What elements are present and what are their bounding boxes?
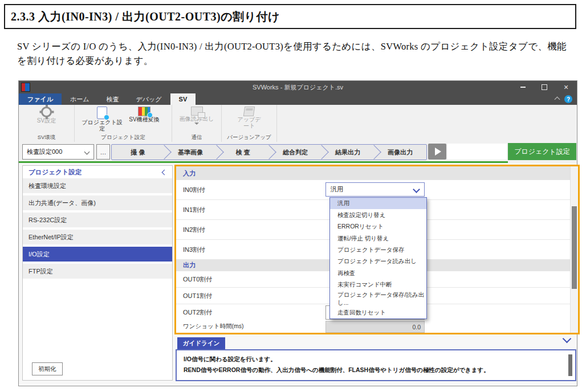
sidebar-item-label: FTP設定	[29, 267, 53, 276]
ribbon-tab[interactable]: SV	[170, 93, 196, 105]
dropdown-option-label: ERRORリセット	[337, 223, 384, 231]
panel-scrollbar-thumb[interactable]	[572, 206, 577, 289]
content-area: プロジェクト設定 検査環境設定 出力共通(データ、画像)	[19, 163, 577, 386]
dropdown-option[interactable]: 再検査	[330, 268, 426, 279]
body-paragraph: SV シリーズの I/O のうち、入力(IN0-IN3) / 出力(OUT2-O…	[17, 40, 568, 68]
combo-value: 汎用	[331, 185, 343, 194]
input-section-header: 入力	[176, 166, 571, 180]
status-strip	[447, 144, 507, 160]
minimize-button[interactable]	[512, 81, 534, 93]
dropdown-option-label: プロジェクトデータ保存	[337, 246, 404, 254]
ribbon-button-label: アップデート	[235, 116, 263, 129]
sidebar-item[interactable]: 検査環境設定	[23, 178, 172, 193]
ribbon-button[interactable]: アップデート	[235, 107, 263, 129]
flow-step-label: 画像出力	[388, 148, 413, 157]
ribbon-group-sv-env: SV設定 SV環境	[19, 105, 75, 142]
ribbon-group-communication: 画像読み出し 通信	[172, 105, 222, 142]
dropdown-option[interactable]: 検査設定切り替え	[330, 209, 426, 220]
tab-label: 検査	[107, 95, 119, 104]
ribbon-tab[interactable]: ファイル	[19, 93, 62, 105]
io-row: IN0割付 汎用	[176, 180, 571, 199]
oneshot-input[interactable]: 0.0	[325, 321, 425, 333]
io-row-label: OUT1割付	[183, 292, 212, 300]
ribbon-button[interactable]: プロジェクト設定	[82, 107, 123, 132]
more-button[interactable]: …	[96, 144, 110, 160]
sidebar-item-list: 検査環境設定 出力共通(データ、画像) RS-232C設定 EtherNet/I…	[23, 178, 172, 279]
sidebar-item[interactable]: EtherNet/IP設定	[23, 230, 172, 244]
process-flow-bar: 撮 像 基準画像 検 査 総合判定 結果出力	[111, 144, 427, 160]
io-row-label: OUT2割付	[183, 308, 212, 317]
dropdown-option[interactable]: プロジェクトデータ保存/読み出し...	[330, 291, 426, 307]
dropdown-option[interactable]: プロジェクトデータ保存	[330, 244, 426, 256]
sidebar-item[interactable]: FTP設定	[23, 264, 172, 279]
image-gray-icon	[191, 107, 203, 116]
dropdown-option-label: 未実行コマンド中断	[337, 281, 392, 289]
ribbon-button[interactable]: SV設定	[30, 107, 63, 124]
dropdown-option[interactable]: ERRORリセット	[330, 221, 426, 232]
update-icon	[243, 107, 255, 116]
io-row-label: IN1割付	[183, 206, 205, 214]
flow-step[interactable]: 総合判定	[269, 145, 321, 160]
dropdown-option[interactable]: 走査回数リセット	[330, 307, 426, 318]
guideline-line1: I/O信号に関わる設定を行います。	[184, 354, 561, 364]
dropdown-option[interactable]: プロジェクトデータ読み出し	[330, 256, 426, 267]
dropdown-option-label: プロジェクトデータ保存/読み出し...	[337, 291, 426, 307]
tab-list: ファイル ホーム 検査 デバッグ SV	[19, 93, 196, 105]
inspection-setting-value: 検査設定000	[27, 148, 62, 156]
sidebar-item[interactable]: RS-232C設定	[23, 213, 172, 227]
assignment-combo[interactable]: 汎用	[325, 182, 425, 197]
panel-scrollbar[interactable]	[570, 166, 578, 333]
sidebar-item[interactable]: I/O設定	[23, 247, 172, 262]
flow-step[interactable]: 画像出力	[374, 145, 426, 160]
tab-label: ホーム	[70, 95, 89, 104]
io-row-label: IN0割付	[183, 186, 205, 194]
flow-step-label: 撮 像	[131, 148, 145, 157]
ribbon-group-label: バージョンアップ	[222, 133, 276, 142]
ribbon-group-label: プロジェクト設定	[75, 133, 172, 142]
ribbon-button[interactable]: SV機種変換	[124, 107, 165, 122]
dropdown-option[interactable]: 汎用	[330, 198, 426, 209]
ribbon-button[interactable]: 画像読み出し	[176, 107, 217, 125]
flow-step[interactable]: 結果出力	[321, 145, 374, 160]
dropdown-option[interactable]: 運転/停止 切り替え	[330, 232, 426, 244]
dropdown-option-label: 汎用	[337, 199, 349, 207]
tab-label: ファイル	[27, 95, 53, 104]
ribbon: SV設定 SV環境 プロジェクト設定	[19, 105, 577, 142]
help-icon[interactable]: ?	[564, 95, 572, 103]
guideline-tab[interactable]: ガイドライン	[177, 337, 225, 349]
flow-step-label: 検 査	[235, 148, 250, 157]
manual-page: 2.3.3 入力(IN0-IN3) / 出力(OUT2-OUT3)の割り付け S…	[0, 0, 582, 392]
initialize-button[interactable]: 初期化	[32, 362, 63, 375]
ribbon-group-label: SV環境	[19, 133, 74, 142]
svworks-window: SVWorks - 新規プロジェクト.sv ファイル ホーム	[18, 80, 577, 386]
sidebar-item[interactable]: 出力共通(データ、画像)	[23, 195, 172, 210]
guideline-collapse-icon[interactable]	[563, 334, 572, 344]
window-controls	[512, 81, 577, 93]
document-icon	[97, 107, 107, 119]
flow-step-label: 基準画像	[178, 148, 203, 157]
flow-step[interactable]: 撮 像	[112, 145, 164, 160]
sidebar-header: プロジェクト設定	[23, 166, 172, 178]
ribbon-tab[interactable]: 検査	[98, 93, 128, 105]
sidebar-collapse-icon[interactable]	[162, 169, 168, 175]
in0-dropdown-menu: 汎用 検査設定切り替え ERRORリセット 運転/停止 切り替え	[329, 197, 427, 319]
sidebar-item-label: RS-232C設定	[29, 216, 67, 224]
flow-step-label: 総合判定	[283, 148, 308, 157]
guideline-scrollbar-thumb[interactable]	[568, 354, 572, 376]
run-button[interactable]	[428, 144, 446, 160]
ribbon-tab[interactable]: ホーム	[62, 93, 98, 105]
chevron-down-icon	[84, 149, 90, 155]
dropdown-option-label: 再検査	[337, 270, 356, 277]
guideline-line2: REND信号やERROR信号の動作、入出力信号への機能割付、FLASH信号やトリ…	[184, 365, 561, 375]
project-settings-button[interactable]: プロジェクト設定	[508, 143, 576, 160]
maximize-button[interactable]	[534, 81, 555, 93]
close-button[interactable]	[555, 81, 577, 93]
ribbon-tab[interactable]: デバッグ	[128, 93, 170, 105]
flow-step[interactable]: 基準画像	[164, 145, 217, 160]
ribbon-button-label: 画像読み出し	[180, 116, 214, 122]
image-color-icon	[138, 107, 150, 116]
flow-step[interactable]: 検 査	[217, 145, 269, 160]
ribbon-collapse-icon[interactable]	[555, 96, 560, 102]
dropdown-option[interactable]: 未実行コマンド中断	[330, 279, 426, 291]
inspection-setting-combo[interactable]: 検査設定000	[22, 144, 94, 160]
